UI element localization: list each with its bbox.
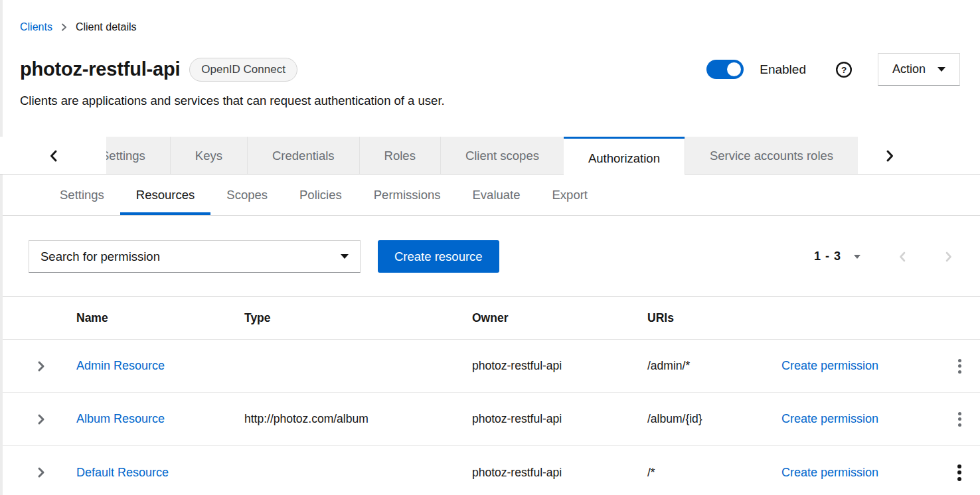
caret-down-icon <box>938 67 945 72</box>
search-permission-placeholder: Search for permission <box>41 249 160 264</box>
protocol-badge: OpenID Connect <box>189 58 297 82</box>
create-permission-link[interactable]: Create permission <box>781 466 878 480</box>
tab-settings[interactable]: Settings <box>106 137 170 175</box>
pagination: 1 - 3 <box>814 249 953 263</box>
create-permission-link[interactable]: Create permission <box>781 412 878 426</box>
resource-uris: /* <box>647 466 781 480</box>
table-row: Admin Resource photoz-restful-api /admin… <box>0 340 980 393</box>
breadcrumb-link-clients[interactable]: Clients <box>20 21 52 33</box>
tab-credentials[interactable]: Credentials <box>247 137 359 175</box>
tab-authorization[interactable]: Authorization <box>564 137 685 178</box>
table-row: Default Resource photoz-restful-api /* C… <box>0 446 980 495</box>
resources-toolbar: Search for permission Create resource 1 … <box>29 240 953 273</box>
pagination-range-dropdown[interactable]: 1 - 3 <box>814 249 860 263</box>
tabs-scroll-left-icon[interactable] <box>0 137 106 175</box>
tabs-strip: Settings Keys Credentials Roles Client s… <box>106 137 858 178</box>
row-expand-icon[interactable] <box>29 460 53 484</box>
subtab-export[interactable]: Export <box>536 178 604 215</box>
subtab-evaluate[interactable]: Evaluate <box>457 178 536 215</box>
pagination-next-icon[interactable] <box>944 251 953 263</box>
breadcrumb-chevron-icon <box>60 23 68 32</box>
search-permission-select[interactable]: Search for permission <box>29 240 361 273</box>
row-kebab-icon[interactable] <box>951 459 968 486</box>
row-expand-icon[interactable] <box>29 407 53 431</box>
client-header: photoz-restful-api OpenID Connect Enable… <box>0 53 980 108</box>
caret-down-icon <box>341 254 349 259</box>
main-tabs: Settings Keys Credentials Roles Client s… <box>0 137 980 178</box>
table-row: Album Resource http://photoz.com/album p… <box>0 393 980 446</box>
column-header-owner: Owner <box>472 311 647 325</box>
breadcrumb: Clients Client details <box>0 0 980 33</box>
resource-name-link[interactable]: Album Resource <box>76 412 244 426</box>
resource-owner: photoz-restful-api <box>472 466 647 480</box>
create-resource-button[interactable]: Create resource <box>378 240 499 273</box>
caret-down-icon <box>854 255 860 259</box>
breadcrumb-current: Client details <box>76 21 137 33</box>
action-dropdown[interactable]: Action <box>878 53 960 86</box>
tab-roles[interactable]: Roles <box>359 137 440 175</box>
tabs-scroll-right-icon[interactable] <box>858 137 922 175</box>
column-header-uris: URIs <box>647 311 781 325</box>
row-kebab-icon[interactable] <box>951 407 968 432</box>
tab-client-scopes[interactable]: Client scopes <box>440 137 564 175</box>
row-expand-icon[interactable] <box>29 354 53 378</box>
subtab-policies[interactable]: Policies <box>284 178 358 215</box>
resource-type: http://photoz.com/album <box>244 412 472 426</box>
page-left-edge <box>0 0 3 495</box>
tab-keys[interactable]: Keys <box>170 137 247 175</box>
subtab-resources[interactable]: Resources <box>120 178 210 215</box>
pagination-range-label: 1 - 3 <box>814 249 841 263</box>
tab-service-accounts-roles[interactable]: Service accounts roles <box>685 137 858 175</box>
column-header-name: Name <box>76 311 244 325</box>
toggle-knob <box>727 62 741 76</box>
resource-owner: photoz-restful-api <box>472 412 647 426</box>
subtab-permissions[interactable]: Permissions <box>358 178 457 215</box>
create-permission-link[interactable]: Create permission <box>781 359 878 373</box>
client-description: Clients are applications and services th… <box>20 94 960 108</box>
resource-owner: photoz-restful-api <box>472 359 647 373</box>
table-header-row: Name Type Owner URIs <box>0 297 980 340</box>
authorization-subtabs: Settings Resources Scopes Policies Permi… <box>0 178 980 216</box>
resource-uris: /album/{id} <box>647 412 781 426</box>
resource-name-link[interactable]: Admin Resource <box>76 359 244 373</box>
help-icon[interactable]: ? <box>835 61 853 78</box>
enabled-label: Enabled <box>760 62 806 77</box>
resource-uris: /admin/* <box>647 359 781 373</box>
column-header-type: Type <box>244 311 472 325</box>
svg-text:?: ? <box>841 64 847 74</box>
enabled-toggle[interactable] <box>706 60 744 79</box>
action-dropdown-label: Action <box>892 62 926 76</box>
pagination-prev-icon[interactable] <box>898 251 907 263</box>
page-title: photoz-restful-api <box>20 58 180 80</box>
subtab-scopes[interactable]: Scopes <box>210 178 284 215</box>
row-kebab-icon[interactable] <box>951 354 968 379</box>
resource-name-link[interactable]: Default Resource <box>76 466 244 480</box>
subtab-settings[interactable]: Settings <box>44 178 120 215</box>
resources-table: Name Type Owner URIs Admin Resource phot… <box>0 296 980 495</box>
